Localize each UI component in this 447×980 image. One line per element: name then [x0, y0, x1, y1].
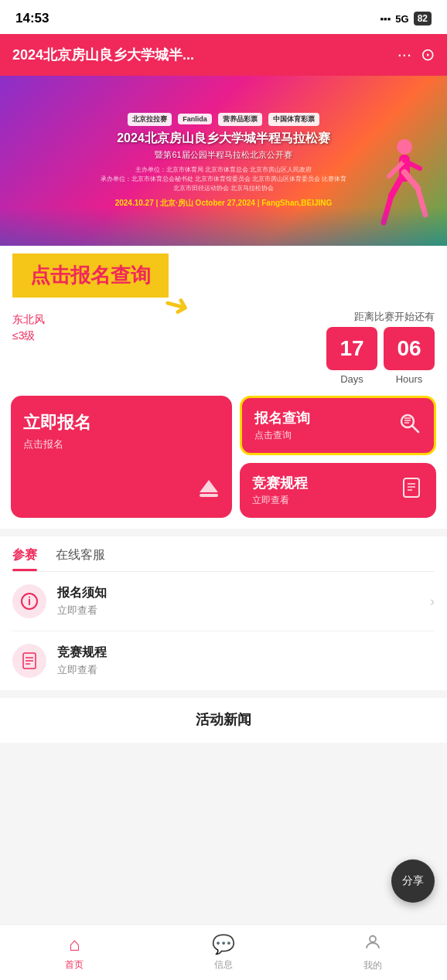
- list-item-rules[interactable]: 竞赛规程 立即查看: [12, 631, 435, 690]
- query-texts: 报名查询 点击查询: [254, 409, 310, 442]
- city-decoration: [0, 207, 447, 246]
- register-button[interactable]: 立即报名 点击报名: [11, 396, 232, 518]
- rules-icon: [399, 475, 424, 505]
- signal-icon: ▪▪▪: [380, 13, 391, 25]
- hours-label: Hours: [384, 373, 435, 385]
- banner-main-title: 2024北京房山良乡大学城半程马拉松赛: [117, 131, 330, 147]
- countdown-numbers: 17 06: [326, 327, 435, 370]
- event-banner: 北京拉拉赛 Fanlida 营养品彩票 中国体育彩票 2024北京房山良乡大学城…: [0, 76, 447, 246]
- svg-point-0: [397, 139, 412, 155]
- days-box: 17: [326, 327, 377, 370]
- notice-texts: 报名须知 立即查看: [57, 585, 430, 618]
- svg-line-2: [391, 172, 404, 196]
- svg-marker-9: [200, 480, 218, 492]
- countdown-display: 距离比赛开始还有 17 06 Days Hours: [326, 310, 435, 385]
- reg-banner-text[interactable]: 点击报名查询: [30, 264, 151, 287]
- banner-sub-title: 暨第61届公园半程马拉松北京公开赛: [155, 149, 292, 161]
- svg-rect-8: [200, 494, 218, 497]
- status-right: ▪▪▪ 5G 82: [380, 12, 432, 26]
- svg-rect-15: [404, 478, 419, 497]
- status-bar: 14:53 ▪▪▪ 5G 82: [0, 0, 447, 34]
- rules-list-title: 竞赛规程: [57, 645, 435, 661]
- network-label: 5G: [395, 13, 408, 25]
- notice-icon: i: [12, 584, 46, 618]
- home-label: 首页: [65, 958, 84, 971]
- notice-sub: 立即查看: [57, 604, 430, 618]
- notice-title: 报名须知: [57, 585, 430, 601]
- status-time: 14:53: [15, 11, 49, 26]
- message-label: 信息: [214, 958, 233, 971]
- bottom-nav: ⌂ 首页 💬 信息 我的: [0, 924, 447, 980]
- message-icon: 💬: [212, 934, 235, 955]
- action-grid: 立即报名 点击报名 报名查询 点击查询: [0, 396, 447, 529]
- battery-indicator: 82: [414, 12, 432, 26]
- query-title: 报名查询: [254, 409, 310, 427]
- tabs-row: 参赛 在线客服: [12, 536, 435, 572]
- logo-2: Fanlida: [178, 114, 212, 124]
- banner-logos: 北京拉拉赛 Fanlida 营养品彩票 中国体育彩票: [128, 113, 319, 126]
- rules-list-texts: 竞赛规程 立即查看: [57, 645, 435, 677]
- list-section: i 报名须知 立即查看 › 竞赛规程 立即查看: [0, 572, 447, 690]
- more-button[interactable]: ···: [398, 45, 411, 65]
- news-title: 活动新闻: [12, 710, 435, 729]
- days-label: Days: [326, 373, 377, 385]
- org-line3: 北京市田径运动协会 北京马拉松协会: [173, 185, 274, 192]
- query-button[interactable]: 报名查询 点击查询: [240, 396, 436, 455]
- org-line2: 承办单位：北京市体育总会秘书处 北京市体育馆委员会 北京市房山区体育委员会 比赛…: [101, 175, 347, 182]
- register-icon: [196, 477, 221, 507]
- rules-texts: 竞赛规程 立即查看: [252, 474, 308, 507]
- org-line1: 主办单位：北京市体育局 北京市体育总会 北京市房山区人民政府: [135, 166, 312, 173]
- query-icon: [397, 410, 421, 441]
- rules-button[interactable]: 竞赛规程 立即查看: [240, 463, 436, 518]
- svg-line-11: [412, 426, 418, 432]
- page-bottom: [0, 743, 447, 805]
- logo-4: 中国体育彩票: [268, 113, 319, 126]
- nav-message[interactable]: 💬 信息: [149, 925, 299, 980]
- banner-container: 北京拉拉赛 Fanlida 营养品彩票 中国体育彩票 2024北京房山良乡大学城…: [0, 76, 447, 246]
- share-label: 分享: [402, 874, 424, 888]
- tabs-section: 参赛 在线客服: [0, 536, 447, 572]
- profile-icon: [363, 933, 382, 956]
- rules-list-icon: [12, 644, 46, 678]
- register-sub: 点击报名: [23, 437, 220, 451]
- svg-point-25: [370, 936, 376, 942]
- list-item-notice[interactable]: i 报名须知 立即查看 ›: [12, 572, 435, 631]
- logo-1: 北京拉拉赛: [128, 113, 172, 126]
- tab-compete[interactable]: 参赛: [12, 547, 37, 571]
- hours-box: 06: [384, 327, 435, 370]
- header-actions: ··· ⊙: [398, 45, 435, 65]
- banner-org-text: 主办单位：北京市体育局 北京市体育总会 北京市房山区人民政府 承办单位：北京市体…: [101, 165, 347, 193]
- nav-profile[interactable]: 我的: [298, 925, 447, 980]
- news-section: 活动新闻: [0, 698, 447, 743]
- nav-home[interactable]: ⌂ 首页: [0, 925, 149, 980]
- app-header: 2024北京房山良乡大学城半... ··· ⊙: [0, 34, 447, 76]
- logo-3: 营养品彩票: [218, 113, 262, 126]
- home-icon: ⌂: [69, 934, 80, 955]
- countdown-label: 距离比赛开始还有: [354, 310, 435, 324]
- register-title: 立即报名: [23, 411, 220, 434]
- rules-title: 竞赛规程: [252, 474, 308, 492]
- countdown-unit-labels: Days Hours: [326, 373, 435, 385]
- tab-service[interactable]: 在线客服: [56, 547, 105, 571]
- countdown-wrapper: 点击报名查询 ➜ 东北风 ≤3级 距离比赛开始还有 17 06 Days Hou…: [0, 246, 447, 396]
- svg-text:i: i: [28, 595, 31, 607]
- query-sub: 点击查询: [254, 429, 310, 442]
- scan-button[interactable]: ⊙: [421, 45, 435, 65]
- rules-sub: 立即查看: [252, 494, 308, 507]
- header-title: 2024北京房山良乡大学城半...: [12, 46, 398, 64]
- action-right-column: 报名查询 点击查询 竞赛规程 立即查看: [240, 396, 436, 518]
- notice-arrow: ›: [430, 594, 435, 610]
- profile-label: 我的: [363, 959, 382, 972]
- rules-list-sub: 立即查看: [57, 663, 435, 677]
- share-float-button[interactable]: 分享: [391, 859, 435, 903]
